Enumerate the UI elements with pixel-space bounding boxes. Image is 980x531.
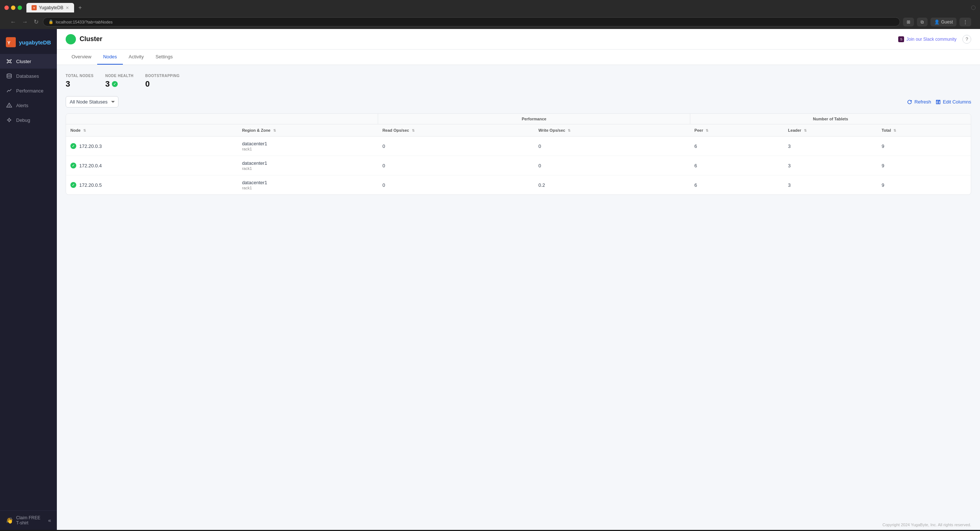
sidebar-item-cluster[interactable]: Cluster bbox=[0, 54, 57, 69]
col-header-region-zone[interactable]: Region & Zone ⇅ bbox=[238, 124, 378, 137]
guest-button[interactable]: 👤 Guest bbox=[931, 18, 956, 26]
node-ip-2[interactable]: 172.20.0.5 bbox=[79, 182, 102, 188]
alerts-icon bbox=[6, 102, 13, 108]
cell-peer-2: 6 bbox=[690, 175, 783, 195]
filter-row: All Node Statuses Refresh bbox=[66, 96, 971, 107]
svg-point-6 bbox=[11, 62, 12, 64]
sidebar-item-performance[interactable]: Performance bbox=[0, 83, 57, 98]
address-text: localhost:15433/?tab=tabNodes bbox=[56, 20, 113, 24]
col-header-node[interactable]: Node ⇅ bbox=[66, 124, 238, 137]
refresh-icon bbox=[907, 99, 912, 105]
cell-read-ops-1: 0 bbox=[378, 156, 534, 175]
node-status-icon-1 bbox=[70, 163, 76, 169]
sidebar-logo: Y yugabyteDB bbox=[0, 32, 57, 54]
new-tab-button[interactable]: + bbox=[76, 3, 85, 13]
forward-button[interactable]: → bbox=[21, 17, 29, 27]
tab-title: YugabyteDB bbox=[39, 5, 64, 10]
svg-point-9 bbox=[7, 74, 11, 75]
slack-icon: S bbox=[898, 36, 904, 42]
main-content: Cluster S Join our Slack community ? Ove… bbox=[57, 29, 980, 530]
more-options-button[interactable]: ⋮ bbox=[959, 18, 971, 26]
col-header-write-ops[interactable]: Write Ops/sec ⇅ bbox=[534, 124, 690, 137]
stat-node-health-label: NODE HEALTH bbox=[105, 74, 134, 78]
address-bar[interactable]: 🔒 localhost:15433/?tab=tabNodes bbox=[43, 17, 900, 26]
sidebar-footer[interactable]: 👋 Claim FREE T-shirt « bbox=[0, 510, 57, 530]
cell-node-0: 172.20.0.3 bbox=[66, 137, 238, 156]
cell-write-ops-0: 0 bbox=[534, 137, 690, 156]
col-group-tablets: Number of Tablets bbox=[690, 114, 971, 124]
node-status-filter[interactable]: All Node Statuses bbox=[66, 96, 118, 107]
cell-node-1: 172.20.0.4 bbox=[66, 156, 238, 175]
cell-total-2: 9 bbox=[877, 175, 971, 195]
cell-leader-0: 3 bbox=[784, 137, 877, 156]
node-ip-1[interactable]: 172.20.0.4 bbox=[79, 163, 102, 169]
nodes-table-container: Performance Number of Tablets Node ⇅ Reg… bbox=[66, 113, 971, 195]
minimize-traffic-light[interactable] bbox=[11, 5, 15, 10]
tab-activity[interactable]: Activity bbox=[123, 49, 150, 65]
col-header-total[interactable]: Total ⇅ bbox=[877, 124, 971, 137]
topbar-right: S Join our Slack community ? bbox=[898, 35, 971, 44]
tab-settings[interactable]: Settings bbox=[150, 49, 179, 65]
sort-read-ops-icon: ⇅ bbox=[412, 129, 415, 132]
table-row: 172.20.0.3 datacenter1 rack1 0 0 6 3 9 bbox=[66, 137, 971, 156]
slack-link-text: Join our Slack community bbox=[906, 37, 956, 42]
copyright-footer: Copyright 2024 YugaByte, Inc. All rights… bbox=[57, 520, 980, 530]
sidebar-item-debug[interactable]: Debug bbox=[0, 113, 57, 128]
performance-icon bbox=[6, 87, 13, 94]
node-ip-0[interactable]: 172.20.0.3 bbox=[79, 144, 102, 149]
tab-close-icon[interactable]: ✕ bbox=[66, 5, 69, 10]
sidebar-collapse-icon[interactable]: « bbox=[48, 517, 51, 523]
yugabytedb-logo-icon: Y bbox=[6, 37, 16, 47]
close-traffic-light[interactable] bbox=[5, 5, 9, 10]
stat-bootstrapping-label: BOOTSTRAPPING bbox=[145, 74, 180, 78]
svg-point-4 bbox=[11, 59, 12, 61]
cell-read-ops-0: 0 bbox=[378, 137, 534, 156]
cluster-shield-icon bbox=[66, 34, 76, 45]
cell-leader-2: 3 bbox=[784, 175, 877, 195]
sort-leader-icon: ⇅ bbox=[804, 129, 807, 132]
sort-node-icon: ⇅ bbox=[83, 129, 86, 132]
topbar-left: Cluster bbox=[66, 34, 102, 45]
col-group-performance: Performance bbox=[378, 114, 690, 124]
fullscreen-traffic-light[interactable] bbox=[18, 5, 22, 10]
sidebar-navigation: Cluster Databases Perf bbox=[0, 54, 57, 510]
refresh-label: Refresh bbox=[914, 99, 931, 105]
sidebar-item-alerts[interactable]: Alerts bbox=[0, 98, 57, 113]
back-button[interactable]: ← bbox=[9, 17, 18, 27]
svg-point-5 bbox=[7, 62, 8, 64]
sidebar: Y yugabyteDB C bbox=[0, 29, 57, 530]
edit-columns-button[interactable]: Edit Columns bbox=[935, 99, 971, 105]
table-row: 172.20.0.4 datacenter1 rack1 0 0 6 3 9 bbox=[66, 156, 971, 175]
sort-peer-icon: ⇅ bbox=[706, 129, 709, 132]
slack-community-link[interactable]: S Join our Slack community bbox=[898, 36, 956, 42]
node-status-icon-0 bbox=[70, 143, 76, 149]
extensions-button[interactable]: ⧉ bbox=[917, 18, 928, 26]
table-row: 172.20.0.5 datacenter1 rack1 0 0.2 6 3 9 bbox=[66, 175, 971, 195]
col-header-leader[interactable]: Leader ⇅ bbox=[784, 124, 877, 137]
sidebar-footer-text: Claim FREE T-shirt bbox=[16, 515, 45, 526]
tab-nodes[interactable]: Nodes bbox=[97, 49, 123, 65]
refresh-button[interactable]: Refresh bbox=[907, 99, 931, 105]
stat-bootstrapping-value: 0 bbox=[145, 79, 180, 89]
page-title: Cluster bbox=[80, 35, 102, 43]
col-header-peer[interactable]: Peer ⇅ bbox=[690, 124, 783, 137]
sort-write-ops-icon: ⇅ bbox=[568, 129, 571, 132]
stat-node-health: NODE HEALTH 3 bbox=[105, 74, 134, 89]
tab-overview[interactable]: Overview bbox=[66, 49, 97, 65]
cell-total-0: 9 bbox=[877, 137, 971, 156]
refresh-button[interactable]: ↻ bbox=[32, 17, 40, 27]
browser-tab-active[interactable]: Y YugabyteDB ✕ bbox=[26, 3, 74, 13]
help-button[interactable]: ? bbox=[963, 35, 971, 44]
debug-icon bbox=[6, 117, 13, 123]
cell-peer-1: 6 bbox=[690, 156, 783, 175]
grid-view-button[interactable]: ⊞ bbox=[903, 18, 914, 26]
health-check-icon bbox=[112, 81, 118, 87]
window-resize-icon[interactable] bbox=[971, 5, 975, 10]
nodes-table: Performance Number of Tablets Node ⇅ Reg… bbox=[66, 114, 971, 195]
sidebar-item-databases[interactable]: Databases bbox=[0, 69, 57, 83]
sidebar-item-debug-label: Debug bbox=[16, 118, 30, 123]
cell-region-1: datacenter1 rack1 bbox=[238, 156, 378, 175]
tshirt-icon: 👋 bbox=[6, 517, 13, 524]
col-header-read-ops[interactable]: Read Ops/sec ⇅ bbox=[378, 124, 534, 137]
cluster-icon bbox=[6, 58, 13, 65]
